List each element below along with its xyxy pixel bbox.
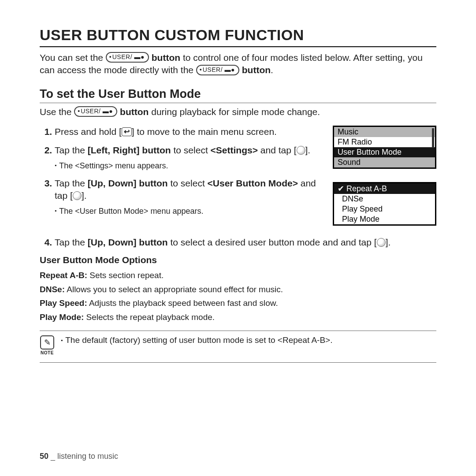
intro-paragraph: You can set the USER/ ▬● button to contr…	[40, 52, 436, 77]
menu-item: Music	[334, 127, 435, 137]
intro-text: You can set the	[40, 52, 106, 63]
step-3-note: The <User Button Mode> menu appears.	[55, 206, 328, 216]
page-title: USER BUTTON CUSTOM FUNCTION	[40, 26, 436, 44]
intro-bold: button	[242, 65, 271, 75]
note-rule-top	[40, 331, 436, 331]
menu-item: Sound	[334, 157, 435, 167]
note-block: ✎ NOTE The default (factory) setting of …	[40, 335, 436, 355]
note-text: The default (factory) setting of user bu…	[61, 335, 332, 345]
step-4: Tap the [Up, Down] button to select a de…	[55, 236, 436, 249]
menu-item: Play Speed	[334, 204, 435, 214]
note-icon: ✎	[40, 335, 54, 350]
page-footer: 50 _ listening to music	[40, 452, 118, 461]
step-2: Tap the [Left, Right] button to select <…	[55, 144, 328, 171]
options-list: Repeat A-B: Sets section repeat. DNSe: A…	[40, 269, 436, 324]
menu-screen-2: ✔ Repeat A-B DNSe Play Speed Play Mode	[333, 182, 436, 226]
step-2-note: The <Settings> menu appears.	[55, 160, 328, 171]
section-intro: Use the USER/ ▬● button during playback …	[40, 107, 436, 118]
step-1: Press and hold [↩] to move to the main m…	[55, 126, 328, 138]
menu-item: FM Radio	[334, 137, 435, 147]
select-icon	[377, 238, 386, 247]
intro-bold: button	[152, 52, 180, 63]
menu-item: Play Mode	[334, 214, 435, 224]
footer-section: listening to music	[57, 452, 118, 461]
back-icon: ↩	[122, 127, 132, 136]
menu-item: DNSe	[334, 194, 435, 204]
note-label: NOTE	[40, 350, 55, 355]
select-icon	[73, 191, 82, 200]
menu-item-selected: ✔ Repeat A-B	[334, 183, 435, 194]
title-rule	[40, 46, 436, 47]
menu-item-selected: User Button Mode	[334, 147, 435, 157]
section-rule	[40, 103, 436, 103]
note-rule-bottom	[40, 362, 436, 363]
menu-screen-1: Music FM Radio User Button Mode Sound	[333, 126, 436, 169]
select-icon	[297, 146, 305, 155]
user-button-icon: USER/ ▬●	[196, 65, 239, 75]
options-heading: User Button Mode Options	[40, 255, 436, 265]
check-icon: ✔	[338, 184, 344, 193]
section-heading: To set the User Button Mode	[40, 87, 436, 101]
scrollbar-icon	[432, 128, 434, 148]
user-button-icon: USER/ ▬●	[106, 52, 149, 63]
page-number: 50	[40, 452, 48, 461]
user-button-icon: USER/ ▬●	[74, 106, 117, 117]
step-3: Tap the [Up, Down] button to select <Use…	[55, 177, 328, 216]
